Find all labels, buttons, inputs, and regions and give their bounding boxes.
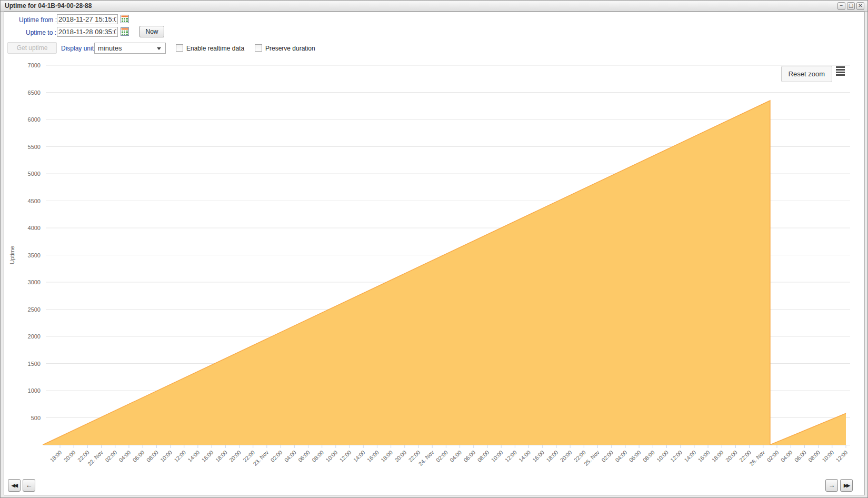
x-tick-label: 18:00 <box>380 449 394 463</box>
y-tick-label: 4500 <box>28 198 41 204</box>
x-tick-label: 20:00 <box>393 449 407 463</box>
y-tick-label: 500 <box>31 415 41 421</box>
x-tick-label: 10:00 <box>159 449 173 463</box>
x-tick-label: 12:00 <box>338 449 352 463</box>
y-tick-label: 2500 <box>28 306 41 313</box>
y-axis-title: Uptime <box>9 246 15 264</box>
x-tick-label: 06:00 <box>132 449 146 463</box>
x-tick-label: 20:00 <box>228 449 242 463</box>
x-tick-label: 14:00 <box>352 449 366 463</box>
y-tick-label: 2000 <box>28 333 41 340</box>
x-tick-label: 14:00 <box>517 449 532 463</box>
enable-realtime-label: Enable realtime data <box>186 45 244 52</box>
x-tick-label: 16:00 <box>531 449 545 463</box>
display-unit-label: Display unit : <box>61 45 97 52</box>
y-tick-label: 3000 <box>28 279 41 285</box>
x-tick-label: 08:00 <box>807 449 821 463</box>
uptime-from-input[interactable] <box>57 14 118 24</box>
reset-zoom-button[interactable]: Reset zoom <box>781 66 832 82</box>
y-tick-label: 7000 <box>28 62 41 68</box>
y-tick-label: 1500 <box>28 361 41 367</box>
x-tick-label: 06:00 <box>793 449 807 463</box>
hamburger-menu-icon[interactable] <box>836 66 845 77</box>
x-tick-label: 06:00 <box>462 449 476 463</box>
x-tick-label: 04:00 <box>448 449 463 463</box>
nav-prev-button[interactable]: ← <box>23 479 35 492</box>
uptime-from-label: Uptime from : <box>19 16 57 24</box>
double-left-arrow-icon: ◀◀ <box>8 480 20 491</box>
x-tick-label: 10:00 <box>821 449 835 463</box>
uptime-window: Uptime for 04-1B-94-00-28-88 − ▢ ✕ Uptim… <box>0 0 868 498</box>
window-title: Uptime for 04-1B-94-00-28-88 <box>5 2 837 9</box>
left-arrow-icon: ← <box>23 480 35 491</box>
y-tick-label: 3500 <box>28 252 41 258</box>
x-tick-label: 18:00 <box>545 449 559 463</box>
calendar-icon[interactable] <box>121 15 129 23</box>
x-tick-label: 04:00 <box>614 449 628 463</box>
x-tick-label: 02:00 <box>269 449 283 463</box>
double-right-arrow-icon: ▶▶ <box>841 480 852 491</box>
y-tick-label: 1000 <box>28 387 41 394</box>
x-tick-label: 08:00 <box>476 449 490 463</box>
calendar-icon[interactable] <box>121 27 129 36</box>
x-tick-label: 08:00 <box>311 449 325 463</box>
chevron-down-icon <box>157 47 161 50</box>
preserve-duration-label: Preserve duration <box>265 45 315 52</box>
x-tick-label: 02:00 <box>435 449 449 463</box>
enable-realtime-checkbox[interactable] <box>176 44 183 52</box>
y-tick-label: 6000 <box>28 116 41 123</box>
x-tick-label: 20:00 <box>724 449 739 463</box>
x-tick-label: 04:00 <box>780 449 794 463</box>
x-tick-label: 14:00 <box>683 449 697 463</box>
x-tick-label: 12:00 <box>504 449 518 463</box>
x-tick-label: 06:00 <box>297 449 311 463</box>
x-tick-label: 16:00 <box>696 449 711 463</box>
x-tick-label: 18:00 <box>48 449 63 463</box>
close-button[interactable]: ✕ <box>856 2 864 10</box>
uptime-area-chart[interactable]: 5001000150020002500300035004000450050005… <box>5 55 862 483</box>
y-tick-label: 4000 <box>28 225 41 231</box>
maximize-button[interactable]: ▢ <box>847 2 855 10</box>
x-tick-label: 23. Nov <box>252 449 270 467</box>
x-tick-label: 20:00 <box>63 449 77 463</box>
uptime-area-series[interactable] <box>43 101 846 445</box>
x-tick-label: 18:00 <box>214 449 228 463</box>
preserve-duration-checkbox[interactable] <box>255 44 262 52</box>
x-tick-label: 08:00 <box>642 449 656 463</box>
y-tick-label: 6500 <box>28 89 41 96</box>
x-tick-label: 14:00 <box>186 449 201 463</box>
x-tick-label: 12:00 <box>834 449 849 463</box>
x-tick-label: 10:00 <box>655 449 670 463</box>
nav-first-button[interactable]: ◀◀ <box>8 479 21 492</box>
minimize-button[interactable]: − <box>837 2 845 10</box>
x-tick-label: 22. Nov <box>86 449 105 467</box>
x-tick-label: 10:00 <box>324 449 338 463</box>
x-tick-label: 02:00 <box>600 449 614 463</box>
uptime-chart[interactable]: 5001000150020002500300035004000450050005… <box>5 55 862 483</box>
x-tick-label: 20:00 <box>558 449 573 463</box>
uptime-to-input[interactable] <box>57 27 118 37</box>
y-tick-label: 5000 <box>28 171 41 177</box>
x-tick-label: 04:00 <box>283 449 297 463</box>
x-tick-label: 02:00 <box>765 449 780 463</box>
content-panel: Uptime from : Uptime to : Now Get up <box>4 12 865 495</box>
display-unit-select[interactable]: minutes <box>94 43 166 54</box>
nav-next-button[interactable]: → <box>825 479 838 492</box>
x-tick-label: 26. Nov <box>748 449 766 467</box>
get-uptime-button[interactable]: Get uptime <box>7 42 57 54</box>
x-tick-label: 08:00 <box>145 449 159 463</box>
x-tick-label: 16:00 <box>366 449 380 463</box>
y-tick-label: 5500 <box>28 144 41 150</box>
titlebar[interactable]: Uptime for 04-1B-94-00-28-88 − ▢ ✕ <box>1 1 867 12</box>
x-tick-label: 04:00 <box>117 449 132 463</box>
uptime-to-label: Uptime to : <box>26 29 56 36</box>
right-arrow-icon: → <box>826 480 837 491</box>
x-tick-label: 12:00 <box>173 449 187 463</box>
x-tick-label: 10:00 <box>490 449 504 463</box>
x-tick-label: 02:00 <box>104 449 118 463</box>
x-tick-label: 24. Nov <box>417 449 436 467</box>
nav-last-button[interactable]: ▶▶ <box>840 479 853 492</box>
x-tick-label: 16:00 <box>200 449 214 463</box>
x-tick-label: 12:00 <box>669 449 683 463</box>
now-button[interactable]: Now <box>139 26 164 37</box>
